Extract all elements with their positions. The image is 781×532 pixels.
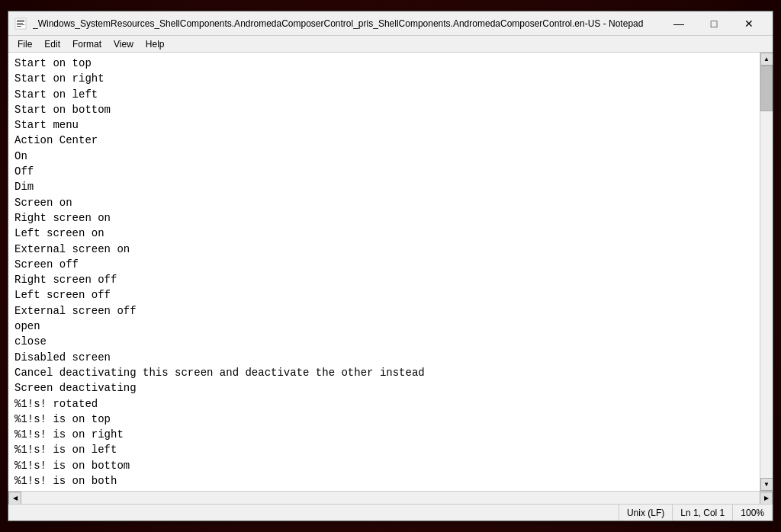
- content-area: Start on top Start on right Start on lef…: [8, 53, 773, 491]
- scroll-up-button[interactable]: ▲: [760, 53, 773, 66]
- menu-edit[interactable]: Edit: [38, 37, 66, 51]
- h-scrollbar-track[interactable]: [21, 492, 760, 504]
- status-position: Ln 1, Col 1: [673, 505, 733, 521]
- title-bar: _Windows_SystemResources_ShellComponents…: [8, 11, 773, 36]
- horizontal-scrollbar[interactable]: ◀ ▶: [8, 491, 773, 504]
- minimize-button[interactable]: —: [661, 11, 696, 36]
- svg-rect-2: [17, 21, 24, 22]
- menu-format[interactable]: Format: [66, 37, 108, 51]
- scrollbar-track[interactable]: [760, 66, 773, 478]
- status-encoding: Unix (LF): [619, 505, 673, 521]
- menu-bar: File Edit Format View Help: [8, 36, 773, 53]
- svg-rect-4: [17, 24, 24, 25]
- close-button[interactable]: ✕: [731, 11, 767, 36]
- vertical-scrollbar[interactable]: ▲ ▼: [760, 53, 773, 491]
- status-empty: [8, 505, 619, 521]
- menu-help[interactable]: Help: [140, 37, 171, 51]
- text-editor[interactable]: Start on top Start on right Start on lef…: [8, 53, 760, 491]
- window-title: _Windows_SystemResources_ShellComponents…: [33, 18, 655, 29]
- svg-rect-1: [17, 20, 24, 21]
- svg-rect-5: [17, 26, 21, 27]
- window-controls: — □ ✕: [661, 11, 767, 36]
- menu-view[interactable]: View: [108, 37, 140, 51]
- maximize-button[interactable]: □: [696, 11, 731, 36]
- status-zoom: 100%: [733, 505, 773, 521]
- status-bar: Unix (LF) Ln 1, Col 1 100%: [8, 504, 773, 521]
- scroll-left-button[interactable]: ◀: [8, 492, 21, 505]
- scroll-down-button[interactable]: ▼: [760, 478, 773, 491]
- menu-file[interactable]: File: [11, 37, 38, 51]
- svg-rect-3: [17, 23, 23, 24]
- app-icon: [14, 18, 27, 30]
- notepad-window: _Windows_SystemResources_ShellComponents…: [8, 11, 773, 521]
- scrollbar-thumb[interactable]: [760, 66, 773, 111]
- scroll-right-button[interactable]: ▶: [760, 492, 773, 505]
